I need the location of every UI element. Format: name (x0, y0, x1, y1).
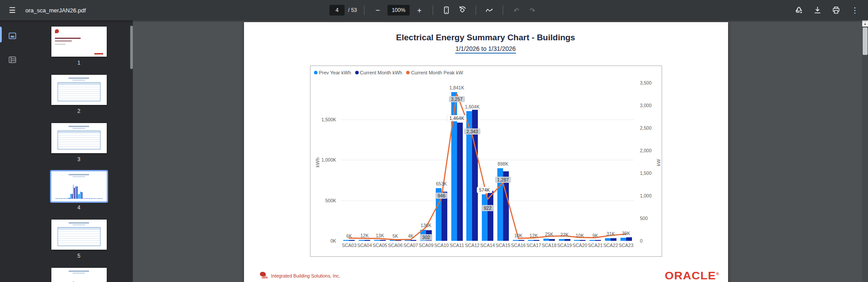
bar-current-month (626, 237, 632, 241)
thumbnail-page-number: 5 (78, 253, 81, 259)
thumbnail-page-3[interactable]: 3 (51, 123, 107, 162)
bar-current-month (457, 123, 463, 241)
print-button[interactable] (830, 4, 842, 16)
bar-value-label: 31K (607, 231, 615, 236)
thumbnail-preview (51, 75, 107, 105)
outline-panel-button[interactable] (0, 50, 25, 70)
page-total-label: / 53 (348, 7, 357, 13)
zoom-level-input[interactable] (388, 5, 410, 15)
bar-prev-year (482, 194, 488, 241)
rotate-button[interactable] (456, 4, 469, 16)
bar-value-label: 9K (593, 233, 598, 238)
bar-value-label: 1,841K (450, 85, 464, 90)
x-axis-label: SCA17 (527, 243, 541, 248)
toolbar: ☰ ora_sca_merJAN26.pdf / 53 − + (0, 0, 868, 20)
bar-current-month (364, 240, 370, 241)
thumbnail-page-1[interactable]: 1 (51, 27, 107, 66)
x-axis-label: SCA05 (372, 243, 387, 248)
bar-current-month (534, 240, 539, 241)
thumbnail-page-4[interactable]: 4 (51, 171, 107, 211)
document-filename: ora_sca_merJAN26.pdf (25, 7, 86, 14)
sidebar-rail (0, 20, 25, 282)
bar-value-label: 4K (408, 233, 414, 239)
bar-current-month (595, 240, 601, 241)
bar-value-label: 22K (560, 232, 569, 237)
x-axis-label: SCA10 (434, 243, 449, 248)
toolbar-left: ☰ ora_sca_merJAN26.pdf (7, 5, 86, 16)
more-options-icon[interactable]: ⋮ (849, 4, 861, 16)
redo-button[interactable]: ↷ (526, 4, 539, 16)
thumbnail-page-number: 2 (78, 108, 81, 114)
fit-page-icon (442, 6, 451, 15)
download-button[interactable] (811, 4, 824, 16)
bar-prev-year (605, 238, 611, 241)
scroll-up-arrow[interactable]: ▲ (862, 20, 868, 27)
left-axis-tick: 0K (310, 238, 336, 243)
bar-value-label: 898K (497, 161, 508, 166)
bar-prev-year (343, 240, 349, 241)
drive-icon (794, 6, 803, 15)
zoom-out-button[interactable]: − (372, 4, 384, 16)
bar-current-month (442, 192, 447, 241)
x-axis-label: SCA12 (465, 243, 480, 248)
legend-item: Current Month Peak kW (406, 70, 463, 75)
right-axis-title: kW (656, 154, 661, 171)
thumbnail-preview (51, 171, 107, 201)
x-axis-label: SCA03 (342, 243, 356, 248)
bar-prev-year (589, 240, 595, 241)
date-range-link-wrap: 1/1/2026 to 1/31/2026 (310, 45, 661, 52)
thumbnails-panel-button[interactable] (0, 26, 25, 46)
bar-value-label: 10K (514, 233, 523, 238)
bar-prev-year (390, 240, 395, 241)
bar-value-label: 39K (622, 231, 630, 236)
sidebar-scrollbar-thumb[interactable] (130, 26, 133, 69)
thumbnails-panel: 123456 (25, 20, 133, 282)
x-axis-label: SCA06 (388, 243, 403, 248)
main-scrollbar: ▲ (862, 20, 868, 282)
bar-prev-year (574, 240, 580, 241)
bar-prev-year (374, 240, 380, 241)
bar-prev-year (559, 239, 565, 241)
bar-current-month (549, 239, 555, 241)
menu-icon[interactable]: ☰ (7, 5, 17, 16)
toolbar-divider (433, 5, 433, 15)
x-axis-label: SCA16 (511, 243, 526, 248)
pdf-viewer: ☰ ora_sca_merJAN26.pdf / 53 − + (0, 0, 868, 282)
legend-item: Prev Year kWh (314, 70, 351, 75)
toolbar-right: ⋮ (793, 4, 861, 16)
x-axis-label: SCA20 (573, 243, 587, 248)
thumbnail-page-5[interactable]: 5 (51, 220, 107, 259)
bar-current-month (395, 240, 401, 241)
peak-value-label: 1,287 (495, 177, 511, 183)
right-axis-tick: 2,000 (640, 148, 659, 153)
legend-dot (406, 71, 410, 74)
bar-prev-year (528, 240, 534, 241)
bar-current-month (519, 240, 524, 241)
page-number-input[interactable] (329, 5, 345, 15)
thumbnail-page-6[interactable]: 6 (51, 268, 107, 282)
right-axis-tick: 500 (640, 216, 659, 221)
annotate-button[interactable] (483, 4, 496, 16)
zoom-in-button[interactable]: + (413, 4, 426, 16)
thumbnails-icon (8, 31, 17, 40)
bar-value-label: 6K (346, 233, 352, 239)
x-axis-label: SCA07 (403, 243, 418, 248)
main-scrollbar-thumb[interactable] (863, 27, 868, 55)
x-axis-label: SCA18 (542, 243, 556, 248)
thumbnail-page-2[interactable]: 2 (51, 75, 107, 114)
left-axis-tick: 500K (310, 198, 336, 203)
fit-page-button[interactable] (440, 4, 453, 16)
date-range-link[interactable]: 1/1/2026 to 1/31/2026 (455, 45, 515, 54)
thumbnail-preview (51, 27, 107, 57)
page-title: Electrical Energy Summary Chart - Buildi… (310, 33, 661, 42)
left-axis-tick: 1,500K (310, 117, 336, 122)
bar-prev-year (405, 240, 411, 241)
oracle-logo: ORACLE® (665, 270, 719, 282)
left-axis-title: kWh (315, 154, 320, 171)
rotate-icon (458, 6, 467, 15)
undo-button[interactable]: ↶ (510, 4, 523, 16)
toolbar-center: / 53 − + (329, 4, 539, 16)
bar-prev-year (359, 240, 364, 241)
save-to-drive-button[interactable] (793, 4, 805, 16)
bar-prev-year (513, 240, 519, 241)
